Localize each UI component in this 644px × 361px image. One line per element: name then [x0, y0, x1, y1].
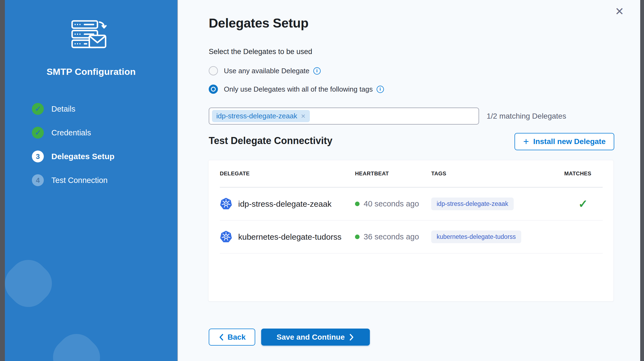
install-new-delegate-button[interactable]: + Install new Delegate: [514, 133, 614, 150]
step-complete-check-icon: ✓: [32, 127, 44, 139]
info-icon[interactable]: i: [313, 67, 321, 75]
window-edge-left: [0, 0, 5, 361]
radio-label[interactable]: Only use Delegates with all of the follo…: [224, 85, 373, 93]
column-header-tags: TAGS: [431, 171, 564, 177]
table-row: kubernetes-delegate-tudorss 36 seconds a…: [220, 220, 603, 253]
column-header-delegate: DELEGATE: [220, 171, 355, 177]
step-credentials[interactable]: ✓ Credentials: [32, 127, 177, 139]
step-test-connection[interactable]: 4 Test Connection: [32, 174, 177, 186]
smtp-configuration-wizard: SMTP Configuration ✓ Details ✓ Credentia…: [0, 0, 644, 361]
step-number-badge: 3: [32, 151, 44, 162]
info-icon[interactable]: i: [377, 86, 384, 93]
delegates-setup-panel: ✕ Delegates Setup Select the Delegates t…: [178, 0, 640, 361]
harness-logo-watermark: [5, 252, 60, 315]
step-delegates-setup[interactable]: 3 Delegates Setup: [32, 151, 177, 162]
delegate-name: idp-stress-delegate-zeaak: [238, 199, 331, 209]
radio-any-delegate[interactable]: [209, 66, 218, 75]
column-header-matches: MATCHES: [564, 171, 603, 177]
delegate-tags-input[interactable]: idp-stress-delegate-zeaak ×: [209, 108, 479, 125]
delegate-tag-badge: idp-stress-delegate-zeaak: [431, 198, 514, 210]
kubernetes-icon: [220, 230, 232, 244]
back-button[interactable]: Back: [209, 329, 255, 346]
step-label: Details: [51, 105, 75, 113]
chevron-right-icon: [349, 333, 354, 341]
save-button-label: Save and Continue: [277, 333, 345, 342]
step-label: Credentials: [51, 128, 91, 137]
connectivity-section-header: Test Delegate Connectivity + Install new…: [209, 133, 614, 150]
wizard-footer: Back Save and Continue: [209, 329, 370, 346]
page-subtitle: Select the Delegates to be used: [209, 48, 312, 56]
tag-chip-label: idp-stress-delegate-zeaak: [216, 112, 297, 120]
column-header-heartbeat: HEARTBEAT: [355, 171, 431, 177]
matches-check-icon: ✓: [578, 198, 588, 210]
plus-icon: +: [523, 137, 529, 146]
back-button-label: Back: [228, 333, 246, 342]
save-and-continue-button[interactable]: Save and Continue: [261, 329, 370, 346]
heartbeat-status-dot: [355, 202, 360, 206]
tag-chip: idp-stress-delegate-zeaak ×: [212, 110, 310, 122]
step-complete-check-icon: ✓: [32, 103, 44, 115]
option-any-delegate: Use any available Delegate i: [209, 66, 321, 76]
radio-label[interactable]: Use any available Delegate: [224, 67, 310, 75]
kubernetes-icon: [220, 197, 232, 211]
harness-logo-watermark: [45, 326, 108, 361]
table-row: idp-stress-delegate-zeaak 40 seconds ago…: [220, 188, 603, 220]
heartbeat-time: 40 seconds ago: [364, 199, 419, 208]
smtp-server-mail-icon: [71, 20, 111, 52]
matching-delegates-count: 1/2 matching Delegates: [487, 108, 566, 125]
heartbeat-status-dot: [355, 235, 360, 239]
window-edge-right: [640, 0, 644, 361]
remove-tag-icon[interactable]: ×: [301, 112, 305, 120]
delegate-name: kubernetes-delegate-tudorss: [238, 232, 341, 242]
radio-delegates-with-tags[interactable]: [209, 85, 218, 94]
chevron-left-icon: [218, 333, 224, 341]
wizard-steps: ✓ Details ✓ Credentials 3 Delegates Setu…: [5, 103, 177, 186]
heartbeat-time: 36 seconds ago: [364, 232, 419, 241]
wizard-sidebar: SMTP Configuration ✓ Details ✓ Credentia…: [5, 0, 178, 361]
option-delegates-with-tags: Only use Delegates with all of the follo…: [209, 84, 384, 94]
close-icon[interactable]: ✕: [615, 6, 624, 17]
wizard-title: SMTP Configuration: [5, 66, 177, 77]
install-button-label: Install new Delegate: [533, 137, 606, 146]
step-details[interactable]: ✓ Details: [32, 103, 177, 115]
step-number-badge: 4: [32, 174, 44, 186]
table-header-row: DELEGATE HEARTBEAT TAGS MATCHES: [220, 160, 603, 188]
page-title: Delegates Setup: [209, 16, 308, 31]
step-label: Test Connection: [51, 176, 108, 185]
delegate-tag-badge: kubernetes-delegate-tudorss: [431, 230, 521, 243]
step-label: Delegates Setup: [51, 152, 114, 161]
connectivity-heading: Test Delegate Connectivity: [209, 135, 332, 146]
delegates-table: DELEGATE HEARTBEAT TAGS MATCHES: [208, 160, 614, 302]
